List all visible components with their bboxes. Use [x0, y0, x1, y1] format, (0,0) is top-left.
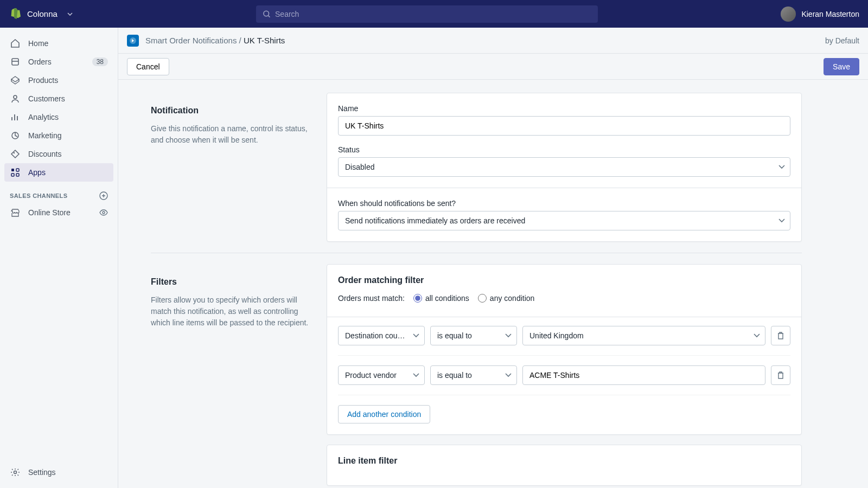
svg-rect-1: [12, 59, 18, 65]
shopify-logo-icon: [9, 8, 21, 21]
condition-row: Destination country is equal to United K…: [338, 319, 790, 356]
sidebar-item-label: Apps: [28, 168, 46, 177]
app-icon: [127, 35, 139, 47]
add-condition-button[interactable]: Add another condition: [338, 405, 430, 423]
svg-rect-5: [16, 169, 19, 171]
by-default-label: by Default: [825, 36, 859, 45]
sidebar-item-apps[interactable]: Apps: [4, 163, 113, 182]
page-header: Smart Order Notifications / UK T-Shirts …: [118, 28, 868, 54]
when-label: When should notifications be sent?: [338, 199, 790, 208]
sidebar-item-label: Settings: [28, 468, 56, 477]
filters-section-desc: Filters allow you to specify which order…: [151, 294, 314, 329]
condition-field-select[interactable]: Product vendor: [338, 365, 425, 385]
svg-point-0: [264, 11, 269, 16]
action-bar: Cancel Save: [118, 54, 868, 80]
line-item-filter-heading: Line item filter: [338, 456, 790, 466]
sales-channels-heading: SALES CHANNELS: [4, 182, 113, 203]
sidebar-item-label: Marketing: [28, 131, 61, 140]
status-label: Status: [338, 145, 790, 154]
cancel-button[interactable]: Cancel: [127, 58, 169, 75]
store-switcher[interactable]: Colonna: [9, 8, 73, 21]
marketing-icon: [10, 130, 21, 141]
condition-op-select[interactable]: is equal to: [430, 326, 517, 345]
search-box[interactable]: [256, 5, 598, 23]
analytics-icon: [10, 112, 21, 123]
trash-icon: [776, 331, 785, 340]
search-input[interactable]: [275, 10, 591, 18]
notification-section-desc: Give this notification a name, control i…: [151, 123, 314, 146]
search-icon: [263, 10, 271, 18]
user-menu[interactable]: Kieran Masterton: [781, 7, 859, 22]
svg-rect-6: [11, 174, 14, 176]
name-input[interactable]: [338, 116, 790, 136]
store-icon: [10, 207, 21, 218]
customers-icon: [10, 93, 21, 104]
breadcrumb-current: UK T-Shirts: [244, 36, 285, 45]
chevron-down-icon: [67, 12, 73, 16]
radio-any-condition[interactable]: any condition: [478, 294, 535, 303]
sidebar-item-label: Orders: [28, 57, 52, 66]
sidebar-item-online-store[interactable]: Online Store: [4, 203, 113, 222]
svg-rect-4: [11, 169, 14, 171]
condition-field-select[interactable]: Destination country: [338, 326, 425, 345]
svg-point-9: [103, 211, 105, 214]
sidebar-item-label: Online Store: [28, 208, 71, 217]
line-item-filter-card: Line item filter: [327, 445, 802, 486]
notification-section-title: Notification: [151, 106, 314, 115]
match-label: Orders must match:: [338, 294, 405, 303]
svg-point-10: [14, 471, 17, 474]
delete-condition-button[interactable]: [771, 365, 790, 385]
user-name: Kieran Masterton: [801, 10, 859, 18]
radio-all-conditions[interactable]: all conditions: [413, 294, 469, 303]
trash-icon: [776, 371, 785, 380]
sidebar: Home Orders 38 Products Customers Analyt…: [0, 28, 118, 488]
main-content: Smart Order Notifications / UK T-Shirts …: [118, 28, 868, 488]
orders-icon: [10, 56, 21, 67]
avatar: [781, 7, 796, 22]
sidebar-item-settings[interactable]: Settings: [4, 463, 113, 481]
sidebar-item-label: Home: [28, 39, 48, 48]
sidebar-item-label: Discounts: [28, 150, 61, 158]
condition-value-select[interactable]: United Kingdom: [522, 326, 765, 345]
breadcrumb: Smart Order Notifications / UK T-Shirts: [145, 36, 285, 45]
view-store-icon[interactable]: [99, 208, 108, 217]
svg-point-3: [14, 152, 15, 153]
topbar: Colonna Kieran Masterton: [0, 0, 868, 28]
order-filter-heading: Order matching filter: [338, 275, 790, 285]
svg-point-2: [14, 95, 17, 99]
sidebar-item-label: Products: [28, 76, 58, 85]
sidebar-item-customers[interactable]: Customers: [4, 89, 113, 108]
status-select[interactable]: Disabled: [338, 157, 790, 177]
condition-row: Product vendor is equal to: [338, 356, 790, 395]
add-channel-icon[interactable]: [99, 191, 108, 200]
products-icon: [10, 75, 21, 86]
sidebar-item-analytics[interactable]: Analytics: [4, 108, 113, 126]
discounts-icon: [10, 149, 21, 159]
condition-value-input[interactable]: [522, 365, 765, 385]
sidebar-item-label: Analytics: [28, 113, 59, 121]
sidebar-item-orders[interactable]: Orders 38: [4, 53, 113, 71]
sidebar-item-products[interactable]: Products: [4, 71, 113, 89]
delete-condition-button[interactable]: [771, 326, 790, 345]
save-button[interactable]: Save: [824, 58, 859, 75]
home-icon: [10, 38, 21, 49]
breadcrumb-app[interactable]: Smart Order Notifications: [145, 36, 237, 45]
when-select[interactable]: Send notifications immediately as orders…: [338, 211, 790, 230]
gear-icon: [10, 467, 21, 478]
filters-section-title: Filters: [151, 277, 314, 287]
sidebar-item-label: Customers: [28, 94, 65, 103]
sidebar-item-marketing[interactable]: Marketing: [4, 126, 113, 145]
notification-card: Name Status Disabled: [327, 93, 802, 242]
order-filter-card: Order matching filter Orders must match:…: [327, 264, 802, 435]
sidebar-item-discounts[interactable]: Discounts: [4, 145, 113, 163]
sidebar-item-home[interactable]: Home: [4, 34, 113, 53]
store-name: Colonna: [27, 9, 58, 18]
orders-badge: 38: [92, 57, 108, 66]
svg-rect-7: [16, 174, 19, 176]
name-label: Name: [338, 104, 790, 113]
apps-icon: [10, 167, 21, 178]
condition-op-select[interactable]: is equal to: [430, 365, 517, 385]
